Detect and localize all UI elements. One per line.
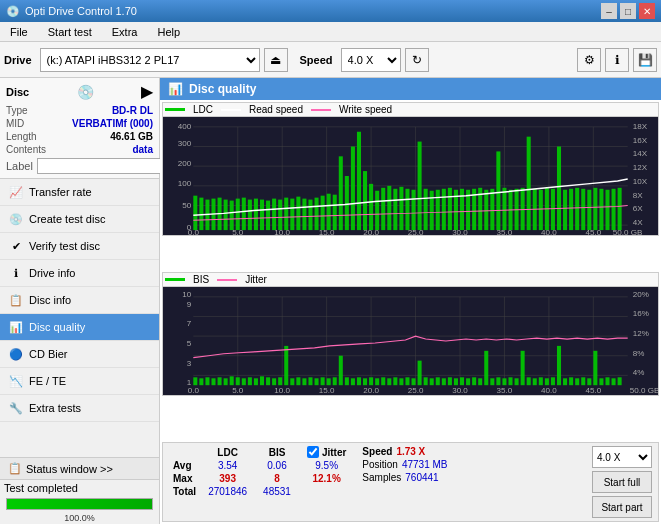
disc-contents-row: Contents data xyxy=(6,143,153,156)
svg-rect-24 xyxy=(248,200,252,230)
disc-panel-label: Disc xyxy=(6,86,29,98)
menu-start-test[interactable]: Start test xyxy=(42,24,98,40)
ldc-legend-color xyxy=(165,108,185,111)
length-value: 46.61 GB xyxy=(110,131,153,142)
svg-text:14X: 14X xyxy=(633,149,648,158)
read-speed-legend-color xyxy=(221,109,241,111)
contents-value: data xyxy=(132,144,153,155)
jitter-checkbox[interactable] xyxy=(307,446,319,458)
sidebar: Disc 💿 ▶ Type BD-R DL MID VERBATIMf (000… xyxy=(0,78,160,524)
menu-file[interactable]: File xyxy=(4,24,34,40)
svg-rect-170 xyxy=(466,378,470,385)
start-full-button[interactable]: Start full xyxy=(592,471,652,493)
sidebar-item-transfer-rate[interactable]: 📈 Transfer rate xyxy=(0,179,159,206)
svg-rect-130 xyxy=(224,378,228,385)
sidebar-item-extra-tests[interactable]: 🔧 Extra tests xyxy=(0,395,159,422)
sidebar-item-create-test-disc[interactable]: 💿 Create test disc xyxy=(0,206,159,233)
chart2-svg: 1 3 5 7 9 10 20% 16% 12% 8% 4% xyxy=(163,287,658,395)
svg-rect-167 xyxy=(448,377,452,385)
progress-bar-fill xyxy=(7,499,152,509)
svg-rect-56 xyxy=(442,189,446,230)
svg-rect-159 xyxy=(399,378,403,385)
sidebar-item-disc-info[interactable]: 📋 Disc info xyxy=(0,287,159,314)
speed-select-stats[interactable]: 4.0 X 1.0 X 2.0 X 8.0 X Max xyxy=(592,446,652,468)
svg-text:5: 5 xyxy=(187,339,192,348)
svg-rect-169 xyxy=(460,377,464,385)
info-button[interactable]: ℹ xyxy=(605,48,629,72)
svg-text:100: 100 xyxy=(178,179,192,188)
status-window-icon: 📋 xyxy=(8,462,22,475)
total-row: Total 2701846 48531 xyxy=(169,485,299,498)
svg-rect-63 xyxy=(484,190,488,230)
svg-rect-51 xyxy=(412,190,416,230)
close-button[interactable]: ✕ xyxy=(639,3,655,19)
speed-select[interactable]: 4.0 X 1.0 X 2.0 X 8.0 X Max xyxy=(341,48,401,72)
svg-rect-65 xyxy=(496,151,500,230)
sidebar-item-create-test-disc-label: Create test disc xyxy=(29,213,105,225)
svg-text:10X: 10X xyxy=(633,177,648,186)
toolbar: Drive (k:) ATAPI iHBS312 2 PL17 ⏏ Speed … xyxy=(0,42,661,78)
status-window-button[interactable]: 📋 Status window >> xyxy=(0,457,159,480)
svg-rect-80 xyxy=(587,190,591,230)
menu-extra[interactable]: Extra xyxy=(106,24,144,40)
svg-rect-184 xyxy=(551,377,555,385)
svg-rect-45 xyxy=(375,191,379,230)
max-jitter: 12.1% xyxy=(307,473,346,484)
svg-rect-36 xyxy=(321,196,325,230)
menu-help[interactable]: Help xyxy=(151,24,186,40)
svg-text:35.0: 35.0 xyxy=(497,386,513,395)
svg-rect-57 xyxy=(448,188,452,230)
svg-rect-146 xyxy=(321,377,325,385)
status-bar: 📋 Status window >> Test completed 100.0% xyxy=(0,457,159,524)
disc-panel-icon: 💿 xyxy=(77,84,94,100)
sidebar-item-fe-te[interactable]: 📉 FE / TE xyxy=(0,368,159,395)
svg-rect-26 xyxy=(260,200,264,230)
svg-text:30.0: 30.0 xyxy=(452,228,468,235)
chart1-legend: LDC Read speed Write speed xyxy=(162,102,659,116)
sidebar-item-cd-bier[interactable]: 🔵 CD Bier xyxy=(0,341,159,368)
svg-text:10.0: 10.0 xyxy=(274,386,290,395)
maximize-button[interactable]: □ xyxy=(620,3,636,19)
svg-rect-78 xyxy=(575,188,579,230)
refresh-button[interactable]: ↻ xyxy=(405,48,429,72)
svg-rect-164 xyxy=(430,378,434,385)
sidebar-item-verify-test-disc[interactable]: ✔ Verify test disc xyxy=(0,233,159,260)
svg-rect-43 xyxy=(363,171,367,230)
svg-rect-54 xyxy=(430,191,434,230)
svg-rect-147 xyxy=(327,378,331,385)
svg-rect-82 xyxy=(599,189,603,230)
svg-rect-155 xyxy=(375,378,379,385)
svg-rect-23 xyxy=(242,198,246,230)
sidebar-item-drive-info[interactable]: ℹ Drive info xyxy=(0,260,159,287)
svg-rect-152 xyxy=(357,377,361,385)
label-label: Label xyxy=(6,160,33,172)
svg-rect-180 xyxy=(527,377,531,385)
svg-rect-66 xyxy=(502,188,506,230)
svg-rect-144 xyxy=(308,377,312,385)
label-input[interactable] xyxy=(37,158,170,174)
drive-select[interactable]: (k:) ATAPI iHBS312 2 PL17 xyxy=(40,48,260,72)
bis-legend-label: BIS xyxy=(193,274,209,285)
max-label: Max xyxy=(169,472,200,485)
samples-label: Samples xyxy=(362,472,401,483)
speed-label: Speed xyxy=(300,54,333,66)
svg-rect-143 xyxy=(302,378,306,385)
svg-text:50.0 GB: 50.0 GB xyxy=(630,386,658,395)
minimize-button[interactable]: – xyxy=(601,3,617,19)
svg-rect-177 xyxy=(508,377,512,385)
svg-rect-128 xyxy=(211,378,215,385)
mid-value: VERBATIMf (000) xyxy=(72,118,153,129)
svg-rect-165 xyxy=(436,377,440,385)
window-controls: – □ ✕ xyxy=(601,3,655,19)
svg-rect-195 xyxy=(618,377,622,385)
svg-text:50: 50 xyxy=(182,202,192,211)
drive-info-icon: ℹ xyxy=(8,265,24,281)
create-test-disc-icon: 💿 xyxy=(8,211,24,227)
sidebar-item-disc-quality[interactable]: 📊 Disc quality xyxy=(0,314,159,341)
start-part-button[interactable]: Start part xyxy=(592,496,652,518)
svg-text:5.0: 5.0 xyxy=(232,228,244,235)
settings-button[interactable]: ⚙ xyxy=(577,48,601,72)
save-button[interactable]: 💾 xyxy=(633,48,657,72)
eject-button[interactable]: ⏏ xyxy=(264,48,288,72)
svg-text:10: 10 xyxy=(182,290,192,299)
